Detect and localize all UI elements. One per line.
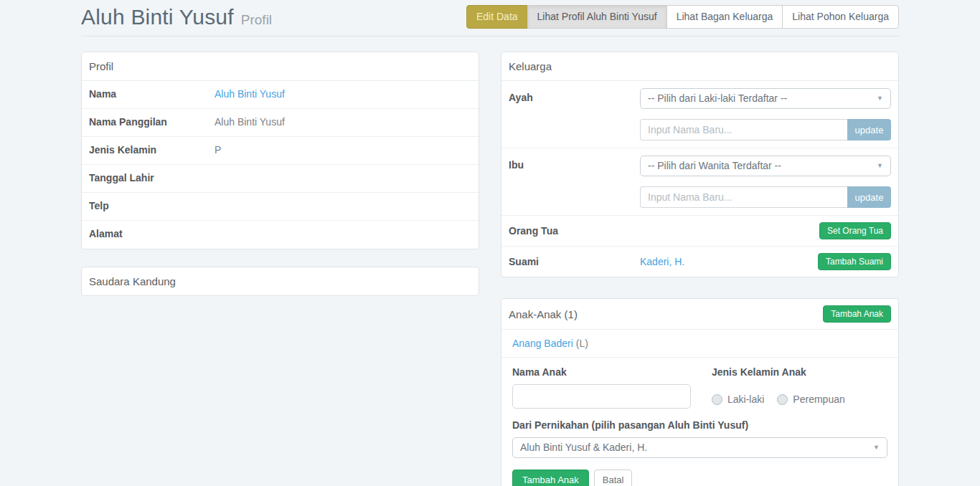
profil-panel: Profil Nama Aluh Binti Yusuf Nama Panggi… [81,52,479,249]
suami-label: Suami [509,256,640,267]
tab-lihat-pohon-keluarga[interactable]: Lihat Pohon Keluarga [782,5,899,29]
title-wrap: Aluh Binti Yusuf Profil [81,5,272,29]
anak-form-actions: Tambah Anak Batal [512,470,887,486]
ayah-nama-baru-input[interactable] [640,119,847,140]
set-orang-tua-button[interactable]: Set Orang Tua [819,222,891,239]
row-label: Jenis Kelamin [89,144,215,157]
table-row: Nama Aluh Binti Yusuf [82,81,479,109]
radio-circle-icon [777,394,788,405]
ayah-update-button[interactable]: update [847,119,891,140]
orang-tua-row: Orang Tua Set Orang Tua [501,216,898,247]
suami-row: Suami Kaderi, H. Tambah Suami [501,247,898,277]
radio-laki-laki[interactable]: Laki-laki [712,394,764,405]
chevron-down-icon: ▼ [877,156,883,176]
ibu-nama-baru-input[interactable] [640,186,847,208]
row-label: Nama [89,88,215,101]
table-row: Nama Panggilan Aluh Binti Yusuf [82,109,479,137]
ayah-row: Ayah -- Pilih dari Laki-laki Terdaftar -… [501,81,898,148]
row-label: Telp [89,200,215,213]
header-divider [81,36,899,37]
keluarga-panel-title: Keluarga [501,52,898,81]
child-link[interactable]: Anang Baderi [512,338,573,349]
radio-perempuan[interactable]: Perempuan [777,394,844,405]
jenis-kelamin-anak-group: Jenis Kelamin Anak Laki-laki Perempuan [691,366,887,409]
ibu-label: Ibu [509,156,640,208]
chevron-down-icon: ▼ [873,438,880,457]
radio-laki-laki-label: Laki-laki [727,394,764,405]
ayah-label: Ayah [509,88,640,140]
tambah-anak-submit-button[interactable]: Tambah Anak [512,470,589,486]
jenis-kelamin-anak-label: Jenis Kelamin Anak [712,366,887,378]
table-row: Alamat [82,221,479,249]
ayah-select[interactable]: -- Pilih dari Laki-laki Terdaftar -- ▼ [640,88,891,109]
nama-anak-input[interactable] [512,384,691,409]
ayah-input-group: update [640,119,891,140]
page-title: Aluh Binti Yusuf [81,5,234,29]
table-row: Telp [82,193,479,221]
page-header: Aluh Binti Yusuf Profil Edit Data Lihat … [81,0,899,29]
page-subtitle: Profil [241,12,272,28]
suami-link[interactable]: Kaderi, H. [640,256,684,267]
saudara-kandung-panel: Saudara Kandung [81,267,479,296]
nama-link[interactable]: Aluh Binti Yusuf [215,88,285,101]
right-column: Keluarga Ayah -- Pilih dari Laki-laki Te… [501,52,899,486]
ibu-input-group: update [640,186,891,208]
ibu-update-button[interactable]: update [847,186,891,208]
child-list-item: Anang Baderi (L) [501,330,898,358]
orang-tua-label: Orang Tua [509,225,640,237]
anak-form-top-row: Nama Anak Jenis Kelamin Anak Laki-laki [512,366,887,409]
table-row: Tanggal Lahir [82,165,479,193]
profil-panel-title: Profil [82,52,479,81]
nama-anak-label: Nama Anak [512,366,691,378]
content: Profil Nama Aluh Binti Yusuf Nama Panggi… [81,52,899,486]
keluarga-panel: Keluarga Ayah -- Pilih dari Laki-laki Te… [501,52,899,277]
table-row: Jenis Kelamin P [82,137,479,165]
chevron-down-icon: ▼ [877,89,883,108]
radio-perempuan-label: Perempuan [793,394,844,405]
anak-anak-header: Anak-Anak (1) Tambah Anak [501,299,898,330]
nama-anak-group: Nama Anak [512,366,691,409]
ibu-field: -- Pilih dari Wanita Terdaftar -- ▼ upda… [640,156,891,208]
tambah-suami-button[interactable]: Tambah Suami [818,253,891,270]
anak-form: Nama Anak Jenis Kelamin Anak Laki-laki [501,358,898,486]
saudara-kandung-title: Saudara Kandung [82,267,479,295]
row-label: Alamat [89,228,215,242]
row-label: Tanggal Lahir [89,172,215,185]
tab-edit-data[interactable]: Edit Data [466,5,528,29]
ayah-field: -- Pilih dari Laki-laki Terdaftar -- ▼ u… [640,88,891,140]
dari-pernikahan-label: Dari Pernikahan (pilih pasangan Aluh Bin… [512,419,887,431]
row-value: P [215,144,221,157]
anak-anak-title: Anak-Anak (1) [509,308,578,320]
gender-radio-row: Laki-laki Perempuan [712,394,887,405]
row-label: Nama Panggilan [89,116,215,129]
ibu-select-value: -- Pilih dari Wanita Terdaftar -- [648,160,781,171]
tab-lihat-profil[interactable]: Lihat Profil Aluh Binti Yusuf [527,5,667,29]
tambah-anak-header-button[interactable]: Tambah Anak [823,305,891,323]
view-button-group: Edit Data Lihat Profil Aluh Binti Yusuf … [466,5,899,29]
anak-anak-panel: Anak-Anak (1) Tambah Anak Anang Baderi (… [501,298,899,486]
dari-pernikahan-select[interactable]: Aluh Binti Yusuf & Kaderi, H. ▼ [512,437,887,458]
dari-pernikahan-select-value: Aluh Binti Yusuf & Kaderi, H. [520,442,647,453]
row-value: Aluh Binti Yusuf [215,116,285,129]
ayah-select-value: -- Pilih dari Laki-laki Terdaftar -- [648,92,787,104]
batal-button[interactable]: Batal [594,470,633,486]
page-container: Aluh Binti Yusuf Profil Edit Data Lihat … [81,0,899,486]
ibu-select[interactable]: -- Pilih dari Wanita Terdaftar -- ▼ [640,156,891,176]
ibu-row: Ibu -- Pilih dari Wanita Terdaftar -- ▼ … [501,148,898,216]
radio-circle-icon [712,394,722,405]
child-gender-suffix: (L) [573,338,588,349]
tab-lihat-bagan-keluarga[interactable]: Lihat Bagan Keluarga [666,5,783,29]
left-column: Profil Nama Aluh Binti Yusuf Nama Panggi… [81,52,479,486]
